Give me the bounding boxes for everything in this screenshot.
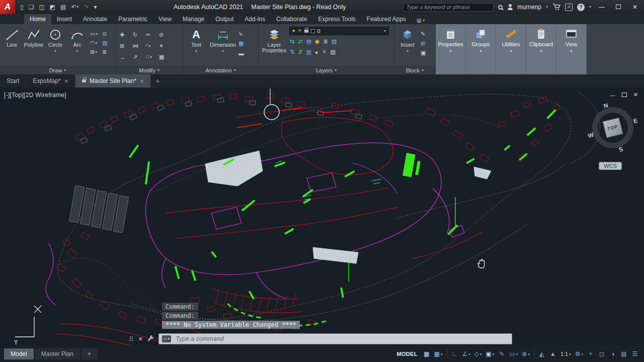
leader-tool-icon[interactable]: ↳: [238, 30, 251, 38]
layer-state-icon[interactable]: ⇆: [289, 37, 295, 46]
ribbon-tab-manage[interactable]: Manage: [177, 14, 210, 24]
file-tab-expomap-[interactable]: ExpoMap*✕: [26, 74, 75, 87]
layer-freeze-icon[interactable]: ▤: [305, 37, 311, 46]
panel-label-block[interactable]: Block▾: [394, 66, 435, 74]
ribbon-tab-collaborate[interactable]: Collaborate: [271, 14, 312, 24]
move-tool-icon[interactable]: ✚: [119, 31, 132, 39]
ellipse-tool-icon[interactable]: ◠ ▾: [90, 39, 102, 47]
ribbon-tab-parametric[interactable]: Parametric: [113, 14, 153, 24]
command-grip-icon[interactable]: ⠿: [129, 335, 134, 343]
panel-clipboard[interactable]: Clipboard▾: [526, 24, 556, 74]
autoscale-icon[interactable]: ▲: [548, 349, 558, 359]
dynamic-input-icon[interactable]: ⊕▾: [520, 349, 531, 359]
ribbon-tab-express-tools[interactable]: Express Tools: [312, 14, 361, 24]
scale-tool-icon[interactable]: ⇗: [132, 53, 145, 61]
ortho-icon[interactable]: ∟: [450, 349, 460, 359]
layout-tab-model[interactable]: Model: [4, 348, 34, 359]
undo-icon[interactable]: ↶▾: [69, 3, 80, 12]
viewport-controls-label[interactable]: [-][Top][2D Wireframe]: [4, 92, 66, 99]
help-caret-icon[interactable]: ▾: [589, 5, 591, 9]
customize-menu-icon[interactable]: ☰: [630, 349, 640, 359]
panel-label-modify[interactable]: Modify▾: [116, 66, 183, 74]
explode-tool-icon[interactable]: ✶: [158, 42, 172, 50]
polyline-tool[interactable]: Polyline: [23, 26, 44, 66]
annotation-scale[interactable]: 1:1▾: [559, 349, 573, 359]
autocad-logo-icon[interactable]: A: [0, 0, 15, 14]
drawing-canvas[interactable]: Y [-][Top][2D Wireframe] — ✕ N E S W TOP…: [0, 87, 644, 346]
compass-south[interactable]: S: [618, 145, 624, 153]
command-close-icon[interactable]: ✕: [138, 336, 143, 342]
panel-groups[interactable]: Groups▾: [466, 24, 496, 74]
graphics-performance-icon[interactable]: ◑: [608, 349, 618, 359]
model-toggle[interactable]: MODEL: [396, 351, 417, 357]
user-menu-caret-icon[interactable]: ▾: [546, 5, 548, 9]
new-layout-button[interactable]: +: [81, 348, 98, 359]
stretch-tool-icon[interactable]: ↔: [119, 53, 132, 61]
annotation-visibility-icon[interactable]: ◭: [537, 349, 547, 359]
workspace-gear-icon[interactable]: ⚙▾: [574, 349, 585, 359]
ribbon-tab-insert[interactable]: Insert: [51, 14, 77, 24]
close-tab-icon[interactable]: ✕: [64, 78, 68, 84]
panel-label-draw[interactable]: Draw▾: [0, 66, 115, 74]
layer-prev-icon[interactable]: ⇅: [289, 48, 295, 56]
save-as-icon[interactable]: ◩: [48, 3, 57, 12]
ribbon-tab-featured-apps[interactable]: Featured Apps: [361, 14, 412, 24]
save-icon[interactable]: ◫: [37, 3, 46, 12]
create-block-icon[interactable]: ⊞: [420, 39, 432, 48]
file-tab-master-site-plan-[interactable]: Master Site Plan*✕: [75, 74, 151, 87]
wcs-button[interactable]: WCS: [599, 162, 622, 170]
command-customize-wrench-icon[interactable]: [147, 335, 154, 342]
isodraft-icon[interactable]: ◇▾: [473, 349, 484, 359]
layer-lock-icon[interactable]: ◉: [314, 37, 320, 46]
file-tab-start[interactable]: Start: [0, 74, 26, 87]
ribbon-tab-add-ins[interactable]: Add-ins: [239, 14, 271, 24]
redo-icon[interactable]: ↷: [82, 3, 91, 12]
panel-view[interactable]: View▾: [556, 24, 587, 74]
line-tool[interactable]: Line: [2, 26, 22, 66]
plot-icon[interactable]: ▤: [58, 3, 68, 12]
insert-block-button[interactable]: Insert▾: [396, 26, 419, 66]
text-tool[interactable]: A Text▾: [185, 26, 208, 66]
isolate-objects-icon[interactable]: ◻: [597, 349, 607, 359]
copy-tool-icon[interactable]: ⊞: [119, 42, 132, 50]
layer-properties-button[interactable]: Layer Properties: [260, 26, 288, 66]
username[interactable]: murnenp: [518, 4, 541, 11]
layer-walk-icon[interactable]: ▨: [331, 37, 337, 46]
compass-north[interactable]: N: [603, 102, 609, 110]
rotate-tool-icon[interactable]: ↻: [132, 31, 145, 39]
boundary-tool-icon[interactable]: ⊞ ▾: [90, 48, 102, 56]
search-icon[interactable]: [498, 5, 503, 10]
ribbon-display-toggle[interactable]: ▤▾: [417, 18, 425, 23]
layer-merge-icon[interactable]: ▧: [330, 48, 336, 56]
site-plan-drawing[interactable]: Y: [0, 87, 644, 346]
close-button[interactable]: ✕: [629, 4, 641, 11]
viewport-minimize-icon[interactable]: —: [610, 92, 615, 98]
layer-off-icon[interactable]: ☀: [321, 48, 328, 56]
edit-attribute-icon[interactable]: ✎: [420, 30, 432, 38]
panel-label-annotation[interactable]: Annotation▾: [183, 66, 258, 74]
tray-icon[interactable]: ▤: [619, 349, 629, 359]
layer-match-icon[interactable]: ≣: [323, 37, 328, 46]
mirror-tool-icon[interactable]: ⋈: [132, 42, 145, 50]
block-editor-icon[interactable]: ▣: [420, 49, 432, 57]
osnap-icon[interactable]: ▣▾: [485, 349, 496, 359]
array-tool-icon[interactable]: ∷ ▾: [145, 53, 158, 61]
command-input[interactable]: ▭▾ Type a command: [158, 333, 512, 344]
layer-thaw-icon[interactable]: ▥: [305, 48, 311, 56]
help-icon[interactable]: ?: [577, 4, 585, 11]
ribbon-tab-view[interactable]: View: [153, 14, 177, 24]
close-tab-icon[interactable]: ✕: [140, 78, 144, 84]
panel-utilities[interactable]: Utilities▾: [496, 24, 526, 74]
rectangle-tool-icon[interactable]: ▭ ▾: [90, 30, 102, 38]
hatch-tool-icon[interactable]: ▨: [102, 39, 114, 47]
grid-icon[interactable]: ▦: [422, 349, 432, 359]
new-file-icon[interactable]: ▯: [18, 3, 26, 12]
customize-plus-icon[interactable]: +: [586, 349, 596, 359]
cart-icon[interactable]: [552, 4, 560, 11]
trim-tool-icon[interactable]: ✂: [145, 31, 158, 39]
polar-icon[interactable]: ∠▾: [461, 349, 472, 359]
layout-tab-master-plan[interactable]: Master Plan: [35, 348, 80, 359]
markup-tool-icon[interactable]: ▬: [238, 49, 251, 57]
panel-properties[interactable]: Properties▾: [436, 24, 466, 74]
qat-menu-icon[interactable]: ▾: [92, 3, 99, 12]
